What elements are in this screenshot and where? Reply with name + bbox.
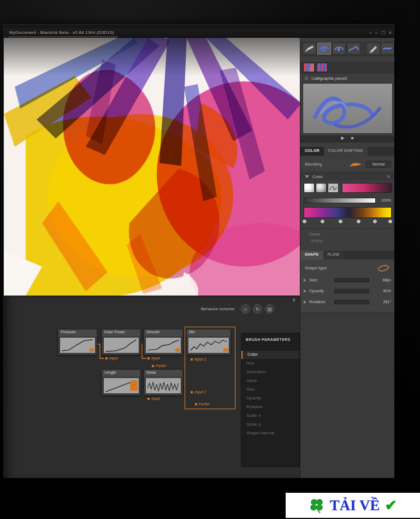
pin-icon[interactable]: ▫: [370, 29, 371, 37]
opacity-slider[interactable]: [334, 289, 369, 293]
gradient-handle[interactable]: [373, 220, 377, 223]
node-smooth[interactable]: Smooth: [144, 329, 183, 355]
brush-tile-pencil[interactable]: [303, 43, 316, 55]
swatch-sketch[interactable]: [328, 183, 339, 193]
current-color-gradient[interactable]: [342, 183, 392, 193]
color-preset-2[interactable]: [316, 63, 328, 72]
shape-type-row: Shape type: [300, 264, 394, 273]
node-length[interactable]: Length: [102, 369, 141, 396]
pressure-curve-thumbnail[interactable]: [60, 337, 96, 353]
close-icon[interactable]: ×: [292, 297, 295, 303]
noise-curve-thumbnail[interactable]: [145, 378, 181, 394]
port-input[interactable]: Input: [147, 397, 160, 400]
length-curve-thumbnail[interactable]: [103, 378, 139, 394]
brush-parameters-title: BRUSH PARAMETERS: [246, 338, 291, 341]
param-scale-y[interactable]: Scale y: [241, 421, 299, 429]
window-title: MyDocument - BlackInk Beta - v0.88.1344 …: [9, 30, 114, 35]
port-factor[interactable]: Factor: [152, 364, 167, 368]
shape-tabbar: SHAPE FLOW: [300, 251, 394, 260]
scheme-refresh-icon[interactable]: ↻: [253, 304, 262, 314]
title-underline: [8, 37, 117, 37]
node-noise[interactable]: Noise: [144, 369, 183, 396]
tab-shape[interactable]: SHAPE: [300, 251, 323, 260]
ease-curve-thumbnail[interactable]: [103, 337, 139, 353]
behavior-scheme-panel: × Behavior scheme ◇ ↻ ▤ Pressure: [4, 296, 300, 478]
brush-preview[interactable]: [303, 83, 393, 134]
port-input2[interactable]: Input 2: [191, 390, 206, 394]
gradient-handle[interactable]: [388, 220, 392, 223]
color-section-header[interactable]: Color ≡: [300, 172, 394, 180]
color-gradient-strip[interactable]: [304, 207, 392, 218]
scheme-new-icon[interactable]: ◇: [241, 304, 250, 314]
param-saturation[interactable]: Saturation: [241, 368, 299, 376]
color-preset-1[interactable]: [303, 63, 315, 72]
param-opacity[interactable]: Opacity: [241, 394, 299, 403]
size-label: Size: [309, 278, 318, 282]
param-size[interactable]: Size: [241, 386, 299, 394]
port-input[interactable]: Input: [105, 356, 118, 360]
size-slider[interactable]: [334, 278, 369, 282]
blending-curve-icon: [348, 161, 363, 168]
param-scale-x[interactable]: Scale x: [241, 412, 299, 420]
node-mix[interactable]: Mix: [186, 329, 231, 355]
gradient-handles: [303, 220, 393, 224]
rotation-slider[interactable]: [334, 300, 369, 304]
expand-arrow-icon[interactable]: [304, 279, 306, 282]
screen: MyDocument - BlackInk Beta - v0.88.1344 …: [3, 24, 394, 477]
gradient-handle[interactable]: [321, 220, 324, 223]
port-factor[interactable]: Factor: [195, 402, 210, 406]
port-input[interactable]: Input: [147, 356, 160, 360]
smooth-curve-thumbnail[interactable]: [145, 337, 181, 353]
brush-tile-3[interactable]: [347, 43, 360, 55]
rotation-value: 261°: [383, 300, 391, 304]
opacity-bar-row: 100%: [300, 197, 394, 204]
port-input1[interactable]: Input 1: [191, 357, 206, 361]
node-title: Length: [102, 370, 140, 376]
opacity-value: 81%: [383, 289, 391, 293]
minimize-icon[interactable]: –: [375, 29, 378, 37]
node-pressure[interactable]: Pressure: [58, 329, 97, 355]
brush-tile-pen[interactable]: [366, 43, 380, 55]
colors-list-block: Colors -Empty-: [300, 228, 394, 247]
expand-arrow-icon[interactable]: [304, 290, 306, 293]
maximize-icon[interactable]: □: [382, 29, 384, 37]
gradient-handle[interactable]: [339, 220, 342, 223]
param-shape-interval[interactable]: Shape interval: [241, 429, 299, 438]
param-rotation[interactable]: Rotation: [241, 403, 299, 411]
expand-arrow-icon[interactable]: [304, 300, 306, 304]
brush-tile-4[interactable]: [381, 43, 394, 55]
opacity-label: Opacity: [309, 288, 324, 293]
brush-tile-selected[interactable]: [317, 43, 331, 55]
brush-parameters-panel: BRUSH PARAMETERS Color Hue Saturation Va…: [241, 333, 300, 467]
param-value[interactable]: Value: [241, 377, 299, 385]
node-title: Smooth: [144, 329, 182, 336]
param-hue[interactable]: Hue: [241, 359, 299, 368]
tab-flow[interactable]: FLOW: [323, 251, 344, 260]
color-tabbar: COLOR COLOR SHIFTING: [300, 147, 394, 156]
cycle-brush-icon[interactable]: ⊙: [304, 75, 309, 81]
play-icon[interactable]: ▶: [341, 135, 344, 140]
gradient-handle[interactable]: [303, 220, 306, 223]
tab-color-shifting[interactable]: COLOR SHIFTING: [324, 147, 368, 156]
list-icon[interactable]: ≡: [387, 174, 390, 179]
size-slider-row: Size 66px: [300, 276, 394, 285]
swatch-white-sphere[interactable]: [304, 183, 315, 193]
node-title: Noise: [144, 370, 182, 376]
shape-settings: Shape type Size 66px Opacity 81%: [300, 260, 394, 312]
stop-icon[interactable]: ■: [351, 135, 354, 140]
shape-ellipse-icon[interactable]: [377, 264, 390, 272]
painting-canvas[interactable]: [4, 38, 300, 296]
param-color[interactable]: Color: [241, 351, 299, 359]
blending-mode-select[interactable]: Normal: [366, 161, 391, 168]
swatch-gray-sphere[interactable]: [316, 183, 327, 193]
tab-color[interactable]: COLOR: [300, 147, 324, 156]
opacity-slider-row: Opacity 81%: [300, 287, 394, 296]
gradient-handle[interactable]: [357, 220, 360, 223]
size-value: 66px: [383, 278, 391, 282]
brush-tile-2[interactable]: [332, 43, 346, 55]
close-icon[interactable]: ×: [389, 29, 392, 37]
opacity-gradient-bar[interactable]: [304, 198, 376, 203]
node-ease-power[interactable]: Ease Power: [102, 329, 141, 355]
scheme-save-icon[interactable]: ▤: [265, 304, 274, 314]
mix-curve-thumbnail[interactable]: [188, 337, 229, 353]
